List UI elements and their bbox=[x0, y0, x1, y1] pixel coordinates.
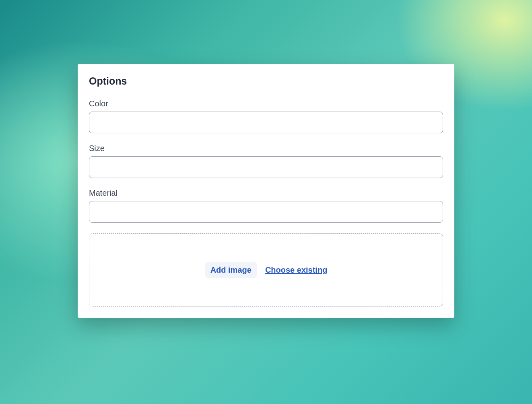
color-input[interactable] bbox=[89, 112, 443, 133]
card-title: Options bbox=[89, 75, 443, 87]
image-dropzone[interactable]: Add image Choose existing bbox=[89, 233, 443, 307]
options-card: Options Color Size Material Add image Ch… bbox=[78, 64, 454, 318]
add-image-button[interactable]: Add image bbox=[205, 262, 257, 278]
field-group-size: Size bbox=[89, 144, 443, 178]
field-label-material: Material bbox=[89, 189, 443, 198]
material-input[interactable] bbox=[89, 201, 443, 223]
size-input[interactable] bbox=[89, 156, 443, 178]
field-label-color: Color bbox=[89, 99, 443, 108]
choose-existing-link[interactable]: Choose existing bbox=[265, 265, 327, 275]
field-label-size: Size bbox=[89, 144, 443, 153]
field-group-material: Material bbox=[89, 189, 443, 223]
field-group-color: Color bbox=[89, 99, 443, 133]
